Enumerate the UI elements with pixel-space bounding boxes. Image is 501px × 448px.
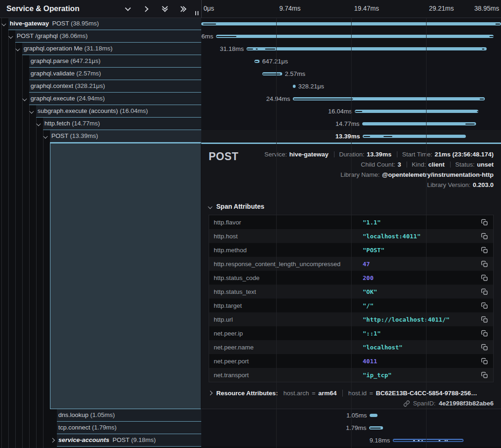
span-tree-cell[interactable]: graphql.validate (2.57ms) — [0, 68, 201, 80]
attribute-key: http.status_code — [214, 274, 363, 281]
span-timeline-cell[interactable]: 13.39ms — [201, 130, 501, 143]
span-timeline-cell[interactable]: 2.57ms — [201, 68, 501, 80]
span-duration: (9.18ms) — [131, 436, 156, 443]
copy-button[interactable] — [480, 260, 489, 268]
copy-button[interactable] — [480, 287, 489, 296]
span-tree-cell[interactable]: graphql.context (328.21μs) — [0, 80, 201, 93]
span-bar[interactable] — [362, 122, 476, 125]
copy-button[interactable] — [480, 274, 489, 282]
attribute-key: net.transport — [214, 372, 363, 379]
operation-name: http.fetch — [44, 120, 70, 127]
copy-button[interactable] — [480, 343, 489, 351]
status-value: unset — [477, 161, 494, 168]
expand-chevron[interactable] — [2, 18, 6, 30]
expand-chevron[interactable] — [16, 43, 19, 55]
span-tree-cell[interactable]: hive-gatewayPOST (38.95ms) — [0, 18, 201, 30]
span-timeline-cell[interactable]: 1.79ms — [201, 422, 501, 434]
attribute-key: http.status_text — [214, 288, 363, 295]
copy-button[interactable] — [480, 301, 489, 310]
span-row[interactable]: graphql.operation Me (31.18ms) 31.18ms — [0, 43, 501, 55]
span-row[interactable]: graphql.validate (2.57ms) 2.57ms — [0, 68, 501, 80]
expand-chevron[interactable] — [37, 118, 40, 130]
attribute-value: "OK" — [363, 288, 480, 295]
child-span-mark — [364, 136, 370, 137]
expand-chevron[interactable] — [23, 93, 26, 105]
span-timeline-cell[interactable]: 14.77ms — [201, 118, 501, 130]
attribute-key: http.url — [214, 316, 363, 323]
span-timeline-cell[interactable]: 1.05ms — [201, 409, 501, 422]
copy-button[interactable] — [480, 329, 489, 337]
span-row[interactable]: POST (13.39ms) 13.39ms — [0, 130, 501, 143]
separator — [342, 390, 343, 397]
span-row[interactable]: graphql.context (328.21μs) 328.21μs — [0, 80, 501, 93]
span-tree-cell[interactable]: subgraph.execute (accounts) (16.04ms) — [0, 105, 201, 118]
span-bar[interactable] — [247, 47, 487, 50]
span-row[interactable]: hive-gatewayPOST (38.95ms) 38.95ms — [0, 18, 501, 30]
span-row[interactable]: tcp.connect (1.79ms) 1.79ms — [0, 422, 501, 434]
expand-chevron[interactable] — [30, 105, 33, 118]
expand-chevron[interactable] — [44, 130, 47, 143]
double-chevron-down-icon[interactable] — [161, 6, 168, 12]
span-timeline-cell[interactable]: 9.18ms — [201, 434, 501, 447]
expand-chevron[interactable] — [51, 434, 54, 447]
span-row[interactable]: graphql.execute (24.94ms) 24.94ms — [0, 93, 501, 105]
span-timeline-cell[interactable]: 36.06ms — [201, 30, 501, 43]
resource-attributes-row[interactable]: Resource Attributes: host.arch=arm64host… — [209, 390, 494, 397]
link-icon[interactable] — [403, 400, 410, 407]
span-timeline-cell[interactable]: 31.18ms — [201, 43, 501, 55]
span-row[interactable]: graphql.parse (647.21μs) 647.21μs — [0, 55, 501, 68]
span-attributes-header[interactable]: Span Attributes — [209, 203, 494, 210]
span-tree-cell[interactable]: POST (13.39ms) — [0, 130, 201, 143]
span-bar[interactable] — [293, 85, 295, 88]
span-row[interactable]: POST /graphql (36.06ms) 36.06ms — [0, 30, 501, 43]
copy-button[interactable] — [480, 371, 489, 379]
span-timeline-cell[interactable]: 16.04ms — [201, 105, 501, 118]
span-id-label: SpanID: — [413, 400, 436, 407]
span-tree-cell[interactable]: dns.lookup (1.05ms) — [0, 409, 201, 422]
span-tree-cell[interactable]: service-accountsPOST (9.18ms) — [0, 434, 201, 447]
child-span-mark — [477, 111, 478, 112]
panel-resize-grip[interactable] — [194, 10, 199, 16]
span-row[interactable]: http.fetch (14.77ms) 14.77ms — [0, 118, 501, 130]
copy-button[interactable] — [480, 232, 489, 240]
chevron-down-icon[interactable] — [124, 6, 131, 12]
double-chevron-right-icon[interactable] — [180, 6, 186, 12]
copy-button[interactable] — [480, 315, 489, 324]
span-bar[interactable] — [370, 414, 377, 417]
duration-label: 9.18ms — [370, 434, 390, 447]
span-bar[interactable] — [355, 110, 478, 113]
span-tree-cell[interactable]: graphql.execute (24.94ms) — [0, 93, 201, 105]
attribute-value: 200 — [363, 274, 480, 281]
copy-icon — [481, 358, 488, 365]
copy-icon — [481, 274, 488, 281]
span-timeline-cell[interactable]: 24.94ms — [201, 93, 501, 105]
expand-chevron[interactable] — [9, 30, 12, 43]
span-tree-cell[interactable]: graphql.parse (647.21μs) — [0, 55, 201, 68]
operation-name: graphql.context — [31, 82, 73, 89]
span-tree-cell[interactable]: graphql.operation Me (31.18ms) — [0, 43, 201, 55]
attribute-key: net.peer.port — [214, 358, 363, 365]
copy-button[interactable] — [480, 218, 489, 226]
span-timeline-cell[interactable]: 38.95ms — [201, 18, 501, 30]
span-row[interactable]: subgraph.execute (accounts) (16.04ms) 16… — [0, 105, 501, 118]
copy-icon — [481, 233, 488, 240]
span-row[interactable]: dns.lookup (1.05ms) 1.05ms — [0, 409, 501, 422]
span-timeline-cell[interactable]: 328.21μs — [201, 80, 501, 93]
child-span-mark — [465, 124, 475, 124]
child-span-mark — [256, 49, 258, 50]
span-tree-cell[interactable]: http.fetch (14.77ms) — [0, 118, 201, 130]
span-row[interactable]: service-accountsPOST (9.18ms) 9.18ms — [0, 434, 501, 447]
attribute-value: "::1" — [363, 330, 480, 337]
copy-button[interactable] — [480, 246, 489, 254]
chevron-right-icon[interactable] — [143, 6, 149, 12]
span-tree-cell[interactable]: tcp.connect (1.79ms) — [0, 422, 201, 434]
span-timeline-cell[interactable]: 647.21μs — [201, 55, 501, 68]
span-bar[interactable] — [201, 22, 501, 25]
resource-attribute-value: arm64 — [318, 390, 337, 397]
copy-button[interactable] — [480, 357, 489, 365]
span-tree-cell[interactable]: POST /graphql (36.06ms) — [0, 30, 201, 43]
child-span-mark — [421, 440, 423, 441]
start-time-label: Start Time: — [402, 151, 432, 158]
span-bar[interactable] — [363, 135, 466, 138]
span-bar[interactable] — [216, 35, 494, 38]
